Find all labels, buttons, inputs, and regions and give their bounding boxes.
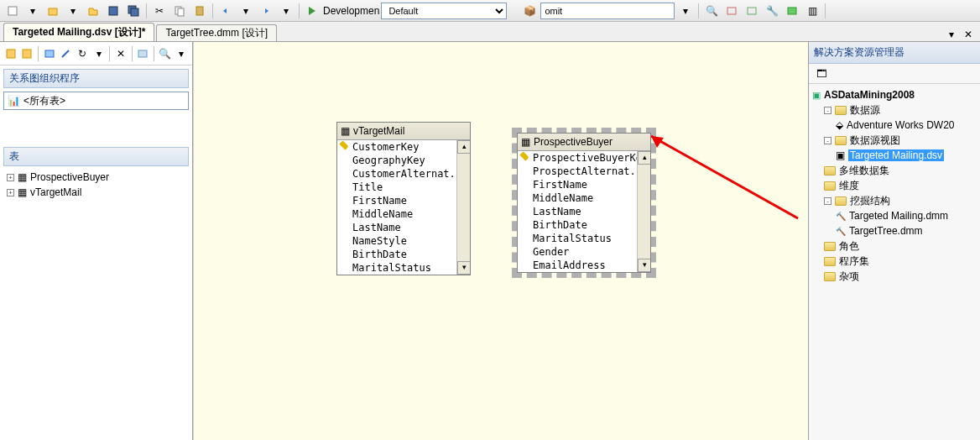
btn-zoom-dropdown[interactable]: ▾	[174, 45, 189, 63]
tab-targeted-mailing-dsv[interactable]: Targeted Mailing.dsv [设计]*	[3, 23, 154, 41]
btn-new-named-query[interactable]	[42, 45, 57, 63]
folder-dimensions[interactable]: 维度	[812, 178, 977, 193]
mining-icon	[836, 225, 846, 237]
config-select[interactable]: Default	[381, 3, 507, 19]
column-item[interactable]: EmailAddress	[518, 259, 637, 272]
folder-datasources[interactable]: - 数据源	[812, 102, 977, 118]
mining-item[interactable]: Targeted Mailing.dmm	[812, 208, 977, 223]
folder-assemblies[interactable]: 程序集	[812, 254, 977, 269]
table-node-prospectivebuyer[interactable]: + ▦ ProspectiveBuyer	[7, 170, 185, 185]
btn-find-table[interactable]	[136, 45, 151, 63]
btn-add-table[interactable]	[3, 45, 18, 63]
column-item[interactable]: GeographyKey	[337, 154, 456, 167]
table-scrollbar[interactable]: ▴ ▾	[637, 151, 650, 272]
btn-new-relation[interactable]	[59, 45, 74, 63]
table-scrollbar[interactable]: ▴ ▾	[456, 140, 470, 275]
svg-rect-10	[788, 8, 796, 14]
new-project-dropdown[interactable]: ▾	[23, 2, 42, 20]
save-button[interactable]	[104, 2, 122, 20]
column-item[interactable]: LastName	[337, 221, 456, 234]
window1-button[interactable]	[722, 2, 741, 20]
add-item-dropdown[interactable]: ▾	[64, 2, 82, 20]
properties-button[interactable]: 🗔	[812, 65, 831, 83]
btn-add-related[interactable]	[20, 45, 35, 63]
table-widget-header[interactable]: ▦ vTargetMail	[337, 123, 470, 140]
column-item[interactable]: FirstName	[337, 194, 456, 207]
svg-rect-6	[178, 8, 184, 16]
project-dropdown[interactable]: ▾	[676, 2, 695, 20]
new-project-button[interactable]	[3, 2, 22, 20]
column-item[interactable]: LastName	[518, 205, 637, 218]
properties-button[interactable]	[783, 2, 801, 20]
scroll-down-icon[interactable]: ▾	[457, 261, 470, 275]
find-button[interactable]: 🔍	[702, 2, 721, 20]
save-all-button[interactable]	[124, 2, 143, 20]
scroll-up-icon[interactable]: ▴	[457, 140, 470, 154]
column-item[interactable]: Title	[337, 181, 456, 194]
column-item[interactable]: MaritalStatus	[337, 261, 456, 275]
btn-refresh[interactable]: ↻	[75, 45, 90, 63]
undo-button[interactable]	[216, 2, 235, 20]
deploy-button[interactable]: 📦	[520, 2, 539, 20]
btn-more[interactable]: ▾	[91, 45, 107, 63]
start-button[interactable]	[303, 2, 321, 20]
folder-mining[interactable]: - 挖掘结构	[812, 193, 977, 208]
column-item[interactable]: Gender	[518, 245, 637, 259]
collapse-icon[interactable]: -	[824, 137, 831, 144]
project-node[interactable]: ASDataMining2008	[812, 87, 977, 102]
scroll-up-icon[interactable]: ▴	[638, 151, 650, 165]
all-tables-dropdown[interactable]: 📊 <所有表>	[3, 92, 189, 110]
tab-targettree-dmm[interactable]: TargetTree.dmm [设计]	[156, 24, 277, 41]
project-label: ASDataMining2008	[824, 89, 915, 101]
folder-misc[interactable]: 杂项	[812, 269, 977, 284]
column-item[interactable]: FirstName	[518, 178, 637, 191]
folder-dsv[interactable]: - 数据源视图	[812, 133, 977, 148]
table-node-vtargetmail[interactable]: + ▦ vTargetMail	[7, 185, 185, 200]
cut-button[interactable]: ✂	[150, 2, 169, 20]
datasource-icon: ⬙	[836, 119, 843, 131]
folder-roles[interactable]: 角色	[812, 238, 977, 254]
table-widget-vtargetmail[interactable]: ▦ vTargetMail CustomerKey GeographyKey C…	[336, 122, 471, 275]
toolbox-button[interactable]: 🔧	[763, 2, 781, 20]
expand-icon[interactable]: +	[7, 174, 14, 181]
dsv-designer-canvas[interactable]: ▦ vTargetMail CustomerKey GeographyKey C…	[193, 42, 808, 440]
redo-dropdown[interactable]: ▾	[277, 2, 295, 20]
close-document-button[interactable]: ✕	[962, 28, 975, 41]
svg-marker-16	[651, 136, 664, 148]
expand-icon[interactable]: +	[7, 189, 14, 196]
tables-tree: + ▦ ProspectiveBuyer + ▦ vTargetMail	[0, 166, 192, 203]
column-item[interactable]: MaritalStatus	[518, 232, 637, 245]
undo-dropdown[interactable]: ▾	[237, 2, 255, 20]
column-item[interactable]: MiddleName	[337, 207, 456, 221]
column-item[interactable]: BirthDate	[337, 248, 456, 261]
paste-button[interactable]	[190, 2, 209, 20]
copy-button[interactable]	[170, 2, 189, 20]
scroll-down-icon[interactable]: ▾	[638, 259, 650, 272]
column-item[interactable]: CustomerKey	[337, 140, 456, 154]
redo-button[interactable]	[257, 2, 275, 20]
collapse-icon[interactable]: -	[824, 197, 831, 205]
table-widget-prospectivebuyer[interactable]: ▦ ProspectiveBuyer ProspectiveBuyerKey P…	[517, 133, 651, 273]
project-combo[interactable]	[540, 3, 675, 19]
folder-label: 角色	[839, 239, 859, 254]
column-item[interactable]: ProspectiveBuyerKey	[518, 151, 637, 165]
btn-zoom[interactable]: 🔍	[158, 45, 173, 63]
column-item[interactable]: NameStyle	[337, 234, 456, 248]
datasource-item[interactable]: ⬙ Adventure Works DW20	[812, 118, 977, 133]
window2-button[interactable]	[743, 2, 761, 20]
open-button[interactable]	[84, 2, 102, 20]
folder-cubes[interactable]: 多维数据集	[812, 163, 977, 178]
table-widget-header[interactable]: ▦ ProspectiveBuyer	[518, 134, 650, 151]
btn-delete[interactable]: ✕	[113, 45, 128, 63]
column-item[interactable]: CustomerAlternat...	[337, 167, 456, 181]
dsv-item-targeted-mailing[interactable]: ▣ Targeted Mailing.dsv	[812, 148, 977, 163]
object-browser-button[interactable]: ▥	[803, 2, 821, 20]
collapse-icon[interactable]: -	[824, 107, 831, 114]
active-files-dropdown[interactable]: ▾	[945, 28, 958, 41]
column-item[interactable]: BirthDate	[518, 218, 637, 232]
column-item[interactable]: MiddleName	[518, 191, 637, 205]
add-item-button[interactable]	[44, 2, 62, 20]
diagram-icon: 📊	[8, 95, 20, 107]
mining-item[interactable]: TargetTree.dmm	[812, 223, 977, 238]
column-item[interactable]: ProspectAlternat...	[518, 165, 637, 178]
